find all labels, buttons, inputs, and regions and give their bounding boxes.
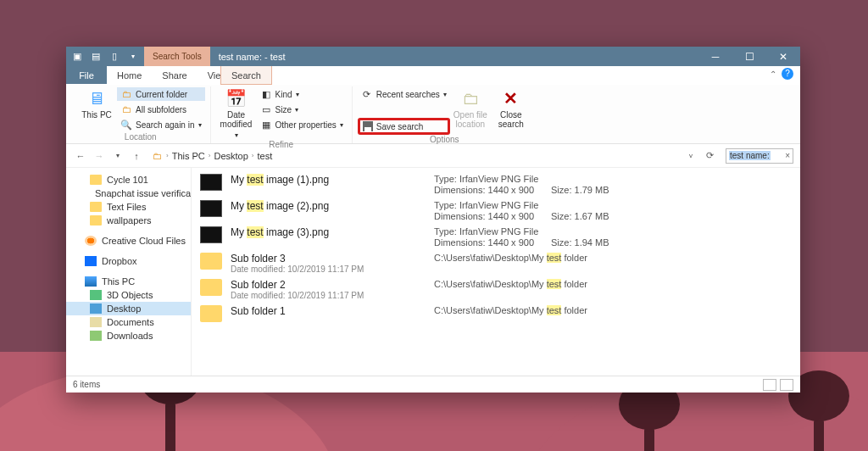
help-icon[interactable]: ? — [782, 68, 793, 80]
image-thumbnail — [200, 226, 222, 243]
details-view-button[interactable] — [763, 379, 776, 391]
folder-icon — [200, 305, 222, 322]
tree-item[interactable]: Text Files — [66, 200, 191, 214]
this-pc-button[interactable]: 🖥 This PC — [76, 86, 117, 120]
folder-icon — [90, 290, 102, 300]
tree-item[interactable]: Downloads — [66, 329, 191, 342]
tree-item[interactable]: Cycle 101 — [66, 173, 191, 187]
tree-this-pc[interactable]: This PC — [66, 275, 191, 288]
nav-tree: Cycle 101Snapchat issue verificatiText F… — [66, 168, 192, 376]
tree-dropbox[interactable]: Dropbox — [66, 254, 191, 268]
folder-icon — [90, 303, 102, 314]
tree-item[interactable]: Snapchat issue verificati — [66, 187, 191, 200]
save-icon — [363, 121, 373, 131]
tree-creative-cloud[interactable]: Creative Cloud Files — [66, 234, 191, 248]
tree-item[interactable]: 3D Objects — [66, 288, 191, 302]
qat-more-icon[interactable]: ▾ — [127, 51, 139, 63]
all-subfolders-button[interactable]: 🗀All subfolders — [117, 103, 205, 116]
recent-locations-button[interactable]: ▾ — [110, 148, 125, 164]
props-icon: ▦ — [260, 119, 272, 131]
file-tab[interactable]: File — [66, 66, 107, 84]
minimize-button[interactable]: ─ — [698, 47, 732, 66]
result-path: C:\Users\fatiw\Desktop\My test folder — [434, 305, 792, 315]
size-icon: ▭ — [260, 103, 272, 115]
search-input[interactable]: test name: × — [726, 148, 793, 164]
share-tab[interactable]: Share — [152, 66, 197, 84]
file-explorer-window: ▣ ▤ ▯ ▾ Search Tools test name: - test ─… — [66, 47, 800, 393]
folder-icon — [90, 317, 102, 327]
forward-button[interactable]: → — [92, 148, 107, 164]
calendar-icon: 📅 — [225, 88, 248, 109]
folder-icon: 🗀 — [120, 88, 132, 100]
addr-dropdown-button[interactable]: v — [683, 148, 698, 164]
up-button[interactable]: ↑ — [129, 148, 144, 164]
result-date: Date modified: 10/2/2019 11:17 PM — [231, 291, 426, 300]
search-tools-context-tab[interactable]: Search Tools — [144, 47, 210, 66]
result-row[interactable]: My test image (1).pngType: IrfanView PNG… — [192, 171, 800, 198]
folder-icon — [90, 202, 102, 212]
result-type: Type: IrfanView PNG File — [434, 200, 792, 210]
pc-icon: 🖥 — [85, 88, 108, 109]
quick-access-toolbar: ▣ ▤ ▯ ▾ — [66, 47, 144, 66]
tree-item[interactable]: Desktop — [66, 302, 191, 315]
results-list: My test image (1).pngType: IrfanView PNG… — [192, 168, 800, 376]
result-row[interactable]: My test image (2).pngType: IrfanView PNG… — [192, 198, 800, 224]
result-row[interactable]: Sub folder 1C:\Users\fatiw\Desktop\My te… — [192, 303, 800, 325]
current-folder-button[interactable]: 🗀Current folder — [117, 87, 205, 101]
result-date: Date modified: 10/2/2019 11:17 PM — [231, 264, 426, 274]
crumb-desktop[interactable]: Desktop — [214, 151, 248, 161]
home-tab[interactable]: Home — [107, 66, 152, 84]
item-count: 6 items — [73, 380, 100, 389]
explorer-icon: ▣ — [71, 51, 83, 63]
result-row[interactable]: My test image (3).pngType: IrfanView PNG… — [192, 224, 800, 250]
kind-button[interactable]: ◧Kind ▾ — [257, 87, 347, 101]
properties-icon[interactable]: ▤ — [90, 51, 102, 63]
titlebar: ▣ ▤ ▯ ▾ Search Tools test name: - test ─… — [66, 47, 800, 66]
other-properties-button[interactable]: ▦Other properties ▾ — [257, 118, 347, 131]
pc-icon — [85, 276, 97, 287]
result-path: C:\Users\fatiw\Desktop\My test folder — [434, 279, 792, 289]
size-button[interactable]: ▭Size ▾ — [257, 103, 347, 116]
open-file-location-button: 🗀 Open file location — [450, 86, 491, 129]
crumb-this-pc[interactable]: This PC — [172, 151, 205, 161]
result-row[interactable]: Sub folder 3Date modified: 10/2/2019 11:… — [192, 250, 800, 276]
result-name: Sub folder 2 — [231, 279, 426, 291]
result-name: My test image (2).png — [231, 200, 426, 212]
result-name: Sub folder 1 — [231, 305, 426, 317]
crumb-test[interactable]: test — [258, 151, 273, 161]
close-button[interactable]: ✕ — [766, 47, 800, 66]
ribbon-group-options: ⟳Recent searches ▾ ⚙Advanced options Sav… — [353, 86, 537, 143]
folder-icon: 🗀 — [151, 150, 163, 162]
new-folder-icon[interactable]: ▯ — [108, 51, 120, 63]
close-search-button[interactable]: ✕ Close search — [491, 86, 531, 129]
breadcrumb[interactable]: 🗀 › This PC› Desktop› test — [147, 150, 680, 162]
image-thumbnail — [200, 200, 222, 217]
window-title: test name: - test — [210, 47, 698, 66]
folder-icon — [200, 253, 222, 270]
result-row[interactable]: Sub folder 2Date modified: 10/2/2019 11:… — [192, 276, 800, 303]
image-thumbnail — [200, 174, 222, 191]
ribbon-group-location: 🖥 This PC 🗀Current folder 🗀All subfolder… — [71, 86, 211, 143]
folder-open-icon: 🗀 — [459, 88, 482, 109]
save-search-button[interactable]: Save search — [358, 118, 450, 135]
ribbon-tabs: File Home Share View Search ⌃ ? — [66, 66, 800, 85]
tree-item[interactable]: Documents — [66, 315, 191, 329]
close-icon: ✕ — [499, 88, 523, 109]
tree-item[interactable]: wallpapers — [66, 214, 191, 227]
back-button[interactable]: ← — [73, 148, 88, 164]
recent-searches-button[interactable]: ⟳Recent searches ▾ — [358, 87, 450, 101]
icons-view-button[interactable] — [780, 379, 793, 391]
status-bar: 6 items — [66, 376, 800, 393]
result-type: Type: IrfanView PNG File — [434, 174, 792, 184]
search-again-in-button[interactable]: 🔍Search again in ▾ — [117, 118, 205, 131]
result-type: Type: IrfanView PNG File — [434, 226, 792, 237]
folders-icon: 🗀 — [120, 103, 132, 115]
search-tab[interactable]: Search — [220, 66, 272, 85]
collapse-ribbon-icon[interactable]: ⌃ — [770, 70, 776, 79]
history-icon: ⟳ — [361, 88, 373, 100]
maximize-button[interactable]: ☐ — [732, 47, 766, 66]
refresh-button[interactable]: ⟳ — [702, 148, 717, 164]
date-modified-button[interactable]: 📅 Date modified▾ — [216, 86, 257, 140]
clear-search-icon[interactable]: × — [782, 151, 790, 160]
navigation-bar: ← → ▾ ↑ 🗀 › This PC› Desktop› test v ⟳ t… — [66, 144, 800, 168]
